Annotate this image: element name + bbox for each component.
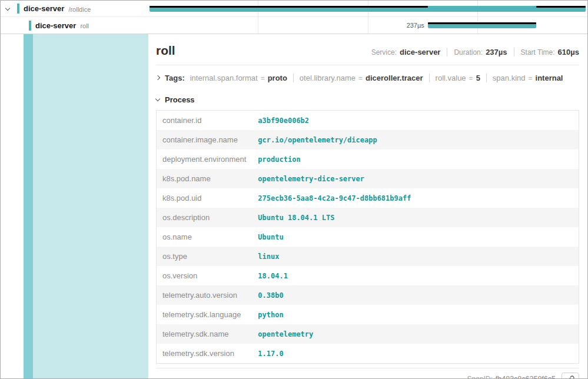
kv-key: k8s.pod.name xyxy=(157,169,253,188)
link-icon xyxy=(567,375,574,379)
tag-value: diceroller.tracer xyxy=(366,74,423,82)
kv-value: linux xyxy=(252,247,579,266)
spanid-value: fb483c8c6258f6c5 xyxy=(496,375,556,379)
tag-item: otel.library.name = diceroller.tracer xyxy=(293,74,423,82)
span-service-name: dice-server xyxy=(35,21,76,30)
detail-footer: SpanID: fb483c8c6258f6c5 xyxy=(156,368,579,379)
tag-value: 5 xyxy=(476,74,480,82)
kv-value: production xyxy=(252,149,579,169)
table-row: deployment.environment production xyxy=(157,149,579,169)
span-operation-name: /rolldice xyxy=(68,6,91,13)
detail-header: roll Service: dice-server Duration: 237µ… xyxy=(156,44,579,65)
tag-equals: = xyxy=(529,74,533,82)
kv-key: deployment.environment xyxy=(157,149,253,169)
overview-duration: Duration: 237µs xyxy=(447,48,507,56)
overview-value: dice-server xyxy=(400,48,440,56)
table-row: k8s.pod.uid 275ecb36-5aa8-4c2a-9c47-d8bb… xyxy=(157,188,579,208)
span-row-roll[interactable]: dice-server roll 237µs xyxy=(1,17,587,34)
table-row: os.description Ubuntu 18.04.1 LTS xyxy=(157,208,579,227)
span-service-name: dice-server xyxy=(24,4,64,13)
chevron-cell xyxy=(156,76,165,79)
table-row: telemetry.sdk.language python xyxy=(157,305,579,324)
overview-service: Service: dice-server xyxy=(371,48,441,56)
tag-equals: = xyxy=(261,74,265,82)
chevron-right-icon[interactable] xyxy=(155,75,160,80)
critical-path-segment xyxy=(150,6,428,8)
span-tree-indent-area xyxy=(1,34,148,378)
kv-key: os.description xyxy=(157,208,253,227)
overview-start-time: Start Time: 610µs xyxy=(514,48,579,56)
kv-value: a3bf90e006b2 xyxy=(252,111,579,131)
spanid-label: SpanID: xyxy=(467,375,492,379)
overview-value: 610µs xyxy=(558,48,579,56)
tag-equals: = xyxy=(469,74,473,82)
overview-label: Start Time: xyxy=(521,48,555,56)
span-bar-track: 237µs xyxy=(148,17,587,34)
kv-key: os.name xyxy=(157,227,253,247)
tag-value: proto xyxy=(268,74,287,82)
overview-label: Service: xyxy=(371,48,397,56)
span-title: roll xyxy=(156,44,175,57)
tag-item: span.kind = internal xyxy=(486,74,563,82)
kv-value: 18.04.1 xyxy=(252,266,579,285)
tag-key: internal.span.format xyxy=(190,74,258,82)
tag-value: internal xyxy=(536,74,563,82)
process-key-value-table: container.id a3bf90e006b2 container.imag… xyxy=(156,110,579,364)
kv-value: opentelemetry-dice-server xyxy=(252,169,579,188)
table-row: telemetry.auto.version 0.38b0 xyxy=(157,285,579,305)
critical-path-segment xyxy=(428,22,537,24)
table-row: os.type linux xyxy=(157,247,579,266)
tag-equals: = xyxy=(358,74,363,82)
span-color-accent xyxy=(17,4,19,14)
table-row: k8s.pod.name opentelemetry-dice-server xyxy=(157,169,579,188)
span-duration-label: 237µs xyxy=(390,22,424,29)
table-row: os.name Ubuntu xyxy=(157,227,579,247)
table-row: os.version 18.04.1 xyxy=(157,266,579,285)
span-color-accent xyxy=(29,21,31,31)
tags-section-toggle[interactable]: Tags: internal.span.format = proto otel.… xyxy=(156,71,579,84)
kv-key: telemetry.sdk.language xyxy=(157,305,253,324)
selected-span-tint xyxy=(33,34,148,378)
chevron-down-icon[interactable] xyxy=(155,97,160,101)
table-row: container.id a3bf90e006b2 xyxy=(157,111,579,131)
process-section-toggle[interactable]: Process xyxy=(156,94,579,105)
kv-value: 0.38b0 xyxy=(252,285,579,305)
table-row: telemetry.sdk.name opentelemetry xyxy=(157,324,579,344)
table-row: container.image.name gcr.io/opentelemetr… xyxy=(157,130,579,149)
table-row: telemetry.sdk.version 1.17.0 xyxy=(157,344,579,364)
span-bar-track xyxy=(148,1,587,16)
kv-key: telemetry.sdk.name xyxy=(157,324,253,344)
span-row-rolldice[interactable]: dice-server /rolldice xyxy=(1,1,587,17)
kv-key: telemetry.auto.version xyxy=(157,285,253,305)
overview-label: Duration: xyxy=(454,48,483,56)
critical-path-segment xyxy=(536,6,586,8)
kv-value: Ubuntu 18.04.1 LTS xyxy=(252,208,579,227)
kv-value: gcr.io/opentelemetry/diceapp xyxy=(252,130,579,149)
tag-key: otel.library.name xyxy=(300,74,356,82)
kv-key: telemetry.sdk.version xyxy=(157,344,253,364)
chevron-cell xyxy=(156,98,160,101)
chevron-down-icon[interactable] xyxy=(5,5,10,10)
span-operation-name: roll xyxy=(80,22,89,29)
process-label: Process xyxy=(165,95,195,104)
copy-span-link-button[interactable] xyxy=(562,373,579,379)
overview-value: 237µs xyxy=(486,48,507,56)
kv-value: 275ecb36-5aa8-4c2a-9c47-d8bb681b9aff xyxy=(252,188,579,208)
kv-value: opentelemetry xyxy=(252,324,579,344)
tags-label: Tags: xyxy=(165,74,185,82)
tag-key: roll.value xyxy=(436,74,466,82)
trace-timeline: dice-server /rolldice dice-server roll 2… xyxy=(1,1,587,34)
kv-value: python xyxy=(252,305,579,324)
indent-guide-stripe xyxy=(24,34,33,378)
kv-key: os.type xyxy=(157,247,253,266)
span-name-cell-rolldice[interactable]: dice-server /rolldice xyxy=(1,1,148,16)
tag-item: internal.span.format = proto xyxy=(190,74,287,82)
tag-item: roll.value = 5 xyxy=(429,74,480,82)
span-name-cell-roll[interactable]: dice-server roll xyxy=(1,17,148,34)
kv-key: k8s.pod.uid xyxy=(157,188,253,208)
kv-value: Ubuntu xyxy=(252,227,579,247)
kv-key: os.version xyxy=(157,266,253,285)
span-detail-panel: roll Service: dice-server Duration: 237µ… xyxy=(148,34,587,378)
kv-key: container.image.name xyxy=(157,130,253,149)
kv-value: 1.17.0 xyxy=(252,344,579,364)
